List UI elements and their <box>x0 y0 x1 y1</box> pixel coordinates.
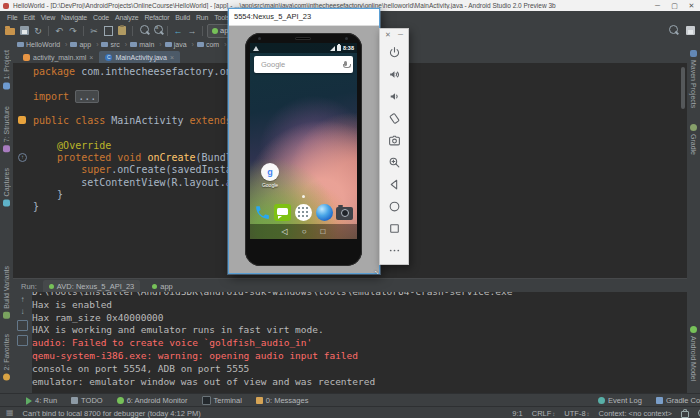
menu-item[interactable]: Build <box>174 14 191 21</box>
dock <box>250 201 357 223</box>
phone-device: 8:38 Google g Google <box>245 33 362 266</box>
tool-window-button[interactable]: Captures <box>3 168 10 206</box>
volume-down-button[interactable] <box>380 85 408 107</box>
status-time: 8:38 <box>343 45 354 51</box>
tool-window-button[interactable]: Android Model <box>690 326 697 381</box>
maximize-button[interactable]: ▢ <box>666 0 683 11</box>
back-button[interactable] <box>380 173 408 195</box>
context-indicator[interactable]: Context: <no context> <box>599 409 672 418</box>
screenshot-button[interactable] <box>380 129 408 151</box>
overview-button[interactable] <box>380 217 408 239</box>
close-button[interactable]: ✕ <box>683 0 700 11</box>
mic-icon[interactable] <box>344 61 347 66</box>
nav-overview-icon[interactable]: □ <box>321 224 326 239</box>
paste-icon[interactable] <box>116 25 128 37</box>
help-panel-icon[interactable] <box>684 25 696 37</box>
tool-button-android-monitor[interactable]: 6: Android Monitor <box>117 396 188 405</box>
down-arrow-icon[interactable]: ↓ <box>21 308 25 316</box>
tool-button-event-log[interactable]: Event Log <box>598 396 642 405</box>
signal-icon <box>330 46 335 51</box>
caret-position[interactable]: 9:1 <box>512 409 522 418</box>
google-search-bar[interactable]: Google <box>254 56 353 73</box>
messenger-app-icon[interactable] <box>274 204 291 221</box>
breadcrumb-item[interactable]: app <box>70 41 98 48</box>
back-nav-icon[interactable]: ← <box>172 25 184 37</box>
browser-app-icon[interactable] <box>316 204 333 221</box>
menu-item[interactable]: Analyze <box>114 14 140 21</box>
tool-window-button[interactable]: Maven Projects <box>690 50 697 108</box>
power-button[interactable] <box>380 41 408 63</box>
replace-icon[interactable] <box>151 25 163 37</box>
close-tab-icon[interactable]: × <box>89 54 93 61</box>
run-tab-label: AVD: Nexus_5_API_23 <box>57 282 134 291</box>
phone-screen[interactable]: 8:38 Google g Google <box>250 43 357 239</box>
editor-scrollbar[interactable] <box>681 67 685 109</box>
app-drawer-icon[interactable] <box>295 204 312 221</box>
tool-window-button[interactable]: 7: Structure <box>3 106 10 152</box>
nav-back-icon[interactable]: ◁ <box>282 224 288 239</box>
save-icon[interactable] <box>18 25 30 37</box>
menu-item[interactable]: Navigate <box>60 14 88 21</box>
phone-app-icon[interactable] <box>254 204 271 221</box>
tool-window-button[interactable]: 2: Favorites <box>3 334 10 381</box>
close-tab-icon[interactable]: × <box>170 54 174 61</box>
cut-icon[interactable]: ✂ <box>88 25 100 37</box>
copy-icon[interactable] <box>102 25 114 37</box>
redo-icon[interactable]: ↷ <box>67 25 79 37</box>
lock-icon[interactable] <box>681 411 689 418</box>
sync-icon[interactable]: ↻ <box>32 25 44 37</box>
tab-activity-main-xml[interactable]: activity_main.xml × <box>17 51 99 63</box>
breadcrumb-item[interactable]: src <box>101 41 127 48</box>
more-button[interactable] <box>380 239 408 261</box>
menu-item[interactable]: Code <box>92 14 110 21</box>
tool-window-button[interactable]: Build Variants <box>3 266 10 319</box>
run-tab-app[interactable]: app <box>146 280 179 293</box>
menu-item[interactable]: View <box>40 14 56 21</box>
minimize-button[interactable]: ─ <box>649 0 666 11</box>
line-separator[interactable]: CRLF <box>532 409 556 418</box>
zoom-button[interactable] <box>380 151 408 173</box>
open-icon[interactable] <box>4 25 16 37</box>
rotate-button[interactable] <box>380 107 408 129</box>
nav-home-icon[interactable]: ○ <box>302 224 307 239</box>
find-icon[interactable] <box>137 25 149 37</box>
breadcrumb-item[interactable]: com <box>197 41 227 48</box>
undo-icon[interactable]: ↶ <box>53 25 65 37</box>
breadcrumb-item[interactable]: main <box>130 41 162 48</box>
gutter-class-icon[interactable] <box>18 116 26 124</box>
gutter-override-icon[interactable]: ↑ <box>18 153 27 162</box>
google-folder-icon[interactable]: g <box>261 163 279 181</box>
tool-button-todo[interactable]: TODO <box>71 396 103 405</box>
emulator-titlebar[interactable]: 5554:Nexus_5_API_23 <box>229 9 379 26</box>
tab-mainactivity-java[interactable]: C MainActivity.java × <box>99 51 180 63</box>
file-encoding[interactable]: UTF-8 <box>564 409 589 418</box>
emulator-minimize-button[interactable]: ─ <box>398 29 403 41</box>
home-button[interactable] <box>380 195 408 217</box>
menu-item[interactable]: Edit <box>22 14 35 21</box>
tool-button-terminal[interactable]: Terminal <box>202 396 242 405</box>
menu-item[interactable]: Refactor <box>143 14 170 21</box>
tool-button-run[interactable]: 4: Run <box>26 396 57 405</box>
tool-window-button[interactable]: 1: Project <box>3 50 10 90</box>
menu-item[interactable]: File <box>6 14 18 21</box>
android-icon <box>117 397 124 404</box>
camera-app-icon[interactable] <box>336 207 353 220</box>
run-console[interactable]: D:\Tools\installer\AndroidSDK\android-sd… <box>32 292 687 393</box>
emulator-close-button[interactable]: ✕ <box>385 29 391 41</box>
menu-item[interactable]: Run <box>195 14 209 21</box>
tool-button-label: 0: Messages <box>266 396 309 405</box>
tool-window-button[interactable]: Gradle <box>690 124 697 155</box>
breadcrumb-item[interactable]: java <box>165 41 194 48</box>
right-tool-strip: Maven ProjectsGradle Android Model <box>686 38 700 393</box>
volume-up-button[interactable] <box>380 63 408 85</box>
run-tab-avd[interactable]: AVD: Nexus_5_API_23 <box>43 280 140 293</box>
tool-button-messages[interactable]: 0: Messages <box>256 396 309 405</box>
breadcrumb-item[interactable]: HelloWorld <box>17 41 67 48</box>
tool-button-gradle-console[interactable]: Gradle Console <box>656 396 700 405</box>
search-everywhere-icon[interactable] <box>666 25 678 37</box>
forward-nav-icon[interactable]: → <box>186 25 198 37</box>
soft-wrap-icon[interactable] <box>17 320 28 331</box>
tool-window-switcher-icon[interactable]: ▦ <box>6 408 14 418</box>
scroll-to-end-icon[interactable] <box>17 335 28 346</box>
up-arrow-icon[interactable]: ↑ <box>21 296 25 304</box>
